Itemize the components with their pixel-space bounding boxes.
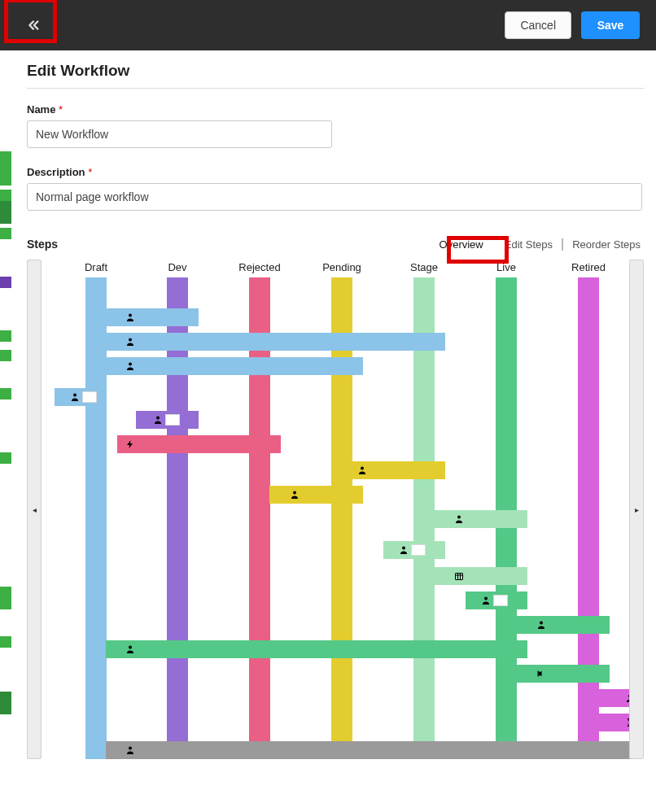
transition-badge[interactable] — [123, 334, 152, 349]
toolbar: Cancel Save — [0, 0, 656, 50]
background-stripe — [0, 212, 11, 224]
transition-badge[interactable] — [68, 390, 97, 404]
background-stripe — [0, 228, 11, 239]
transition-badge[interactable] — [287, 487, 317, 502]
steps-reorder-link[interactable]: Reorder Steps — [569, 237, 644, 252]
divider — [27, 88, 644, 89]
background-stripe — [0, 330, 11, 342]
bolt-icon — [123, 437, 138, 452]
svg-point-4 — [156, 417, 160, 420]
transition-badge[interactable] — [534, 666, 563, 681]
svg-point-5 — [361, 467, 364, 470]
steps-overview-link[interactable]: Overview — [436, 237, 487, 252]
background-stripe — [0, 151, 11, 163]
separator: | — [561, 237, 564, 251]
step-column-label: Stage — [410, 261, 438, 273]
chevron-right-icon: ▸ — [635, 505, 639, 514]
calendar-icon — [452, 569, 466, 583]
transition-badge[interactable] — [534, 618, 563, 632]
scroll-left-button[interactable]: ◂ — [27, 260, 42, 759]
background-stripe — [0, 174, 11, 186]
transition-badge[interactable] — [452, 569, 481, 583]
description-label: Description * — [27, 166, 644, 178]
transition-badge[interactable] — [151, 413, 180, 427]
svg-point-6 — [293, 491, 296, 495]
transition-badge[interactable] — [452, 512, 481, 526]
edit-workflow-panel: Edit Workflow Name * New Workflow Descri… — [16, 50, 654, 812]
step-column[interactable] — [85, 277, 107, 759]
transition-bar[interactable] — [106, 333, 445, 351]
transition-bar[interactable] — [106, 640, 527, 658]
step-column-label: Retired — [571, 261, 606, 273]
svg-point-15 — [129, 646, 132, 649]
transition-bar[interactable] — [106, 308, 199, 326]
svg-point-0 — [129, 314, 132, 317]
save-button[interactable]: Save — [581, 11, 640, 39]
background-stripe — [0, 587, 11, 598]
svg-point-18 — [129, 747, 132, 750]
background-stripe — [0, 350, 11, 361]
step-column-label: Dev — [168, 261, 186, 273]
svg-point-14 — [540, 622, 543, 625]
user-icon — [479, 593, 493, 608]
background-stripe — [0, 692, 11, 703]
user-icon — [68, 390, 82, 404]
svg-point-2 — [129, 363, 132, 366]
step-column-label: Pending — [322, 261, 361, 273]
badge-detail — [411, 544, 426, 556]
skip-icon — [534, 666, 549, 681]
svg-point-7 — [457, 516, 461, 519]
badge-detail — [493, 595, 508, 606]
background-stripe — [0, 163, 11, 174]
svg-point-8 — [402, 547, 405, 550]
user-icon — [355, 463, 370, 478]
svg-point-3 — [73, 394, 77, 397]
step-column[interactable] — [578, 277, 599, 759]
description-input[interactable]: Normal page workflow — [27, 183, 642, 211]
transition-badge[interactable] — [396, 543, 426, 557]
user-icon — [123, 359, 138, 373]
user-icon — [534, 618, 549, 632]
transition-badge[interactable] — [479, 593, 508, 608]
transition-badge[interactable] — [123, 642, 152, 657]
badge-detail — [82, 391, 97, 403]
page-title: Edit Workflow — [27, 62, 644, 80]
step-column-label: Live — [496, 261, 516, 273]
step-column-label: Draft — [85, 261, 107, 273]
scroll-right-button[interactable]: ▸ — [629, 260, 644, 759]
background-stripe — [0, 277, 11, 288]
transition-bar[interactable] — [106, 741, 638, 759]
svg-point-1 — [129, 338, 132, 342]
transition-badge[interactable] — [123, 437, 152, 452]
workflow-map: ◂ ▸ DraftDevRejectedPendingStageLiveReti… — [27, 260, 644, 764]
steps-bar: Steps Overview Edit Steps | Reorder Step… — [27, 235, 644, 253]
background-stripe — [0, 598, 11, 609]
name-input[interactable]: New Workflow — [27, 120, 332, 148]
background-stripe — [0, 388, 11, 399]
steps-heading: Steps — [27, 238, 58, 251]
background-stripe — [0, 201, 11, 212]
user-icon — [452, 512, 466, 526]
user-icon — [123, 642, 138, 657]
user-icon — [123, 334, 138, 349]
transition-badge[interactable] — [123, 359, 152, 373]
user-icon — [123, 743, 138, 757]
svg-point-13 — [484, 597, 488, 600]
user-icon — [396, 543, 411, 557]
background-stripe — [0, 703, 11, 714]
background-stripe — [0, 190, 11, 201]
svg-rect-16 — [538, 671, 539, 677]
transition-badge[interactable] — [355, 463, 384, 478]
cancel-button[interactable]: Cancel — [505, 11, 571, 39]
transition-badge[interactable] — [123, 310, 152, 325]
name-label: Name * — [27, 103, 644, 116]
steps-edit-link[interactable]: Edit Steps — [501, 237, 556, 252]
transition-badge[interactable] — [123, 743, 152, 757]
background-stripe — [0, 636, 11, 648]
chevron-left-icon: ◂ — [33, 505, 37, 514]
background-stripe — [0, 452, 11, 464]
user-icon — [287, 487, 302, 502]
collapse-button[interactable] — [16, 9, 49, 41]
user-icon — [151, 413, 165, 427]
svg-rect-9 — [456, 574, 463, 580]
